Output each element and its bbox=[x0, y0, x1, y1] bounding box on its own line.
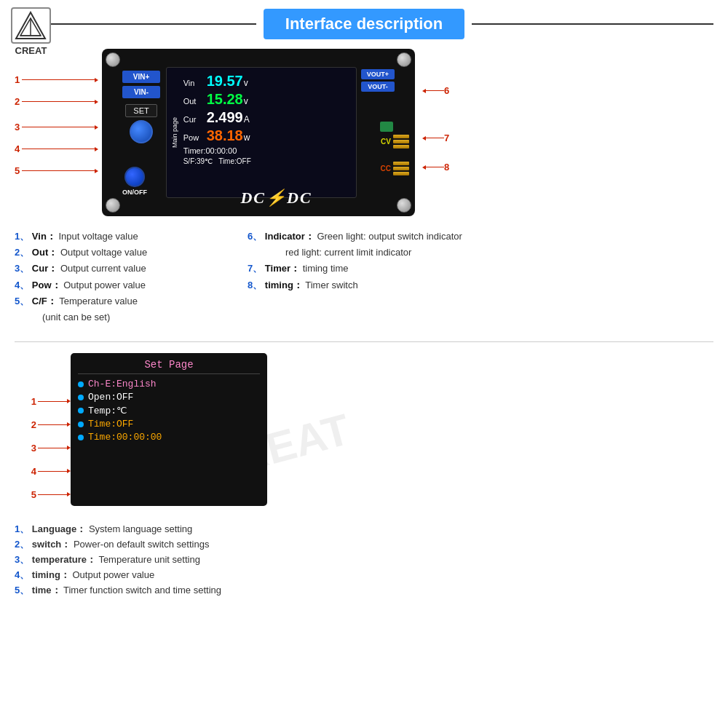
legend-item-1: 1、 Vin： Input voltage value bbox=[15, 230, 248, 243]
cur-label: Cur bbox=[183, 115, 207, 124]
set-label-1: 1 bbox=[22, 390, 71, 412]
pin-4 bbox=[393, 162, 409, 165]
bottom-item-1: 1、 Language： System language setting bbox=[15, 523, 713, 536]
vin-plus-label: VIN+ bbox=[122, 71, 160, 83]
diag-num-8: 8 bbox=[444, 162, 449, 173]
onoff-label: ON/OFF bbox=[122, 189, 147, 196]
set-dot-5 bbox=[78, 435, 84, 440]
diag-num-7: 7 bbox=[444, 132, 449, 143]
set-row-4: Time:OFF bbox=[78, 419, 260, 430]
cur-row: Cur 2.499 A bbox=[183, 109, 352, 126]
legend-left: 1、 Vin： Input voltage value 2、 Out： Outp… bbox=[15, 227, 248, 327]
set-num-col: 1 2 3 4 5 bbox=[22, 353, 71, 506]
onoff-area: ON/OFF bbox=[122, 167, 147, 196]
legend-item-4: 4、 Pow： Output power value bbox=[15, 279, 248, 292]
pin-3 bbox=[393, 145, 409, 149]
pow-label: Pow bbox=[183, 133, 207, 142]
set-screen: Set Page Ch-E:English Open:OFF Temp:℃ Ti… bbox=[71, 353, 267, 506]
screen-data: Vin 19.57 v Out 15.28 v Cur 2.499 A bbox=[183, 71, 352, 194]
legend-item-8: 8、 timing： Timer switch bbox=[248, 279, 713, 292]
legend-item-6: 6、 Indicator： Green light: output switch… bbox=[248, 230, 713, 243]
screw-bl bbox=[106, 198, 120, 213]
vin-label: Vin bbox=[183, 79, 207, 87]
diag-num-5: 5 bbox=[15, 165, 20, 176]
set-text-1: Ch-E:English bbox=[88, 379, 157, 389]
set-page-section: 1 2 3 4 5 Set Page Ch-E: bbox=[0, 349, 728, 506]
section-divider bbox=[15, 341, 713, 342]
bottom-legend: 1、 Language： System language setting 2、 … bbox=[0, 515, 728, 605]
out-row: Out 15.28 v bbox=[183, 91, 352, 108]
bottom-item-3: 3、 temperature： Temperature unit setting bbox=[15, 553, 713, 566]
set-dot-3 bbox=[78, 408, 84, 414]
set-label-4: 4 bbox=[22, 460, 71, 482]
left-panel: VIN+ VIN- SET bbox=[122, 71, 160, 143]
bottom-item-4: 4、 timing： Output power value bbox=[15, 569, 713, 582]
main-page-label: Main page bbox=[171, 71, 180, 194]
set-row-5: Time:00:00:00 bbox=[78, 432, 260, 443]
header: CREAT Interface description bbox=[0, 0, 728, 45]
pow-value: 38.18 bbox=[207, 127, 243, 144]
cv-label: CV bbox=[381, 138, 391, 146]
set-row-3: Temp:℃ bbox=[78, 405, 260, 416]
device-body: VIN+ VIN- SET ON/OFF Main page Vin 19 bbox=[102, 49, 415, 216]
legend-item-5b: (unit can be set) bbox=[15, 311, 248, 324]
diagram-section: 1 2 3 4 5 bbox=[0, 49, 728, 216]
right-panel: VOUT+ VOUT- bbox=[361, 69, 395, 92]
pin-1 bbox=[393, 135, 409, 138]
pin-5 bbox=[393, 167, 409, 170]
diag-num-4: 4 bbox=[15, 143, 20, 154]
pin-6 bbox=[393, 172, 409, 175]
legend-item-7: 7、 Timer： timing time bbox=[248, 262, 713, 275]
bottom-item-2: 2、 switch： Power-on default switch setti… bbox=[15, 538, 713, 551]
out-unit: v bbox=[244, 96, 248, 106]
pow-unit: w bbox=[244, 132, 250, 143]
diag-num-6: 6 bbox=[444, 85, 449, 96]
set-label-5: 5 bbox=[22, 483, 71, 505]
dcdc-label: DC⚡DC bbox=[240, 189, 312, 207]
timer-row: Timer:00:00:00 bbox=[183, 146, 352, 155]
cv-area: CV bbox=[381, 135, 409, 149]
cv-pins bbox=[393, 135, 409, 149]
legend-right: 6、 Indicator： Green light: output switch… bbox=[248, 227, 713, 327]
set-label-3: 3 bbox=[22, 437, 71, 459]
header-title: Interface description bbox=[264, 9, 464, 39]
vout-minus: VOUT- bbox=[361, 82, 395, 92]
screw-tr bbox=[397, 52, 411, 67]
vin-unit: v bbox=[244, 78, 248, 88]
set-dot-2 bbox=[78, 395, 84, 400]
header-line-right bbox=[472, 23, 713, 25]
diag-num-1: 1 bbox=[15, 74, 20, 85]
cc-label: CC bbox=[381, 165, 391, 173]
set-button[interactable]: SET bbox=[125, 104, 157, 117]
set-dot-4 bbox=[78, 422, 84, 427]
cur-unit: A bbox=[244, 114, 250, 124]
pin-2 bbox=[393, 140, 409, 143]
blue-knob[interactable] bbox=[130, 120, 153, 143]
vout-plus: VOUT+ bbox=[361, 69, 395, 79]
cc-pins bbox=[393, 162, 409, 175]
set-text-2: Open:OFF bbox=[88, 392, 133, 403]
set-screen-title: Set Page bbox=[78, 359, 260, 374]
set-row-2: Open:OFF bbox=[78, 392, 260, 403]
set-text-4: Time:OFF bbox=[88, 419, 133, 430]
sf-row: S/F:39℃ Time:OFF bbox=[183, 157, 352, 165]
legend-item-3: 3、 Cur： Output current value bbox=[15, 262, 248, 275]
diag-num-3: 3 bbox=[15, 122, 20, 132]
set-text-3: Temp:℃ bbox=[88, 405, 127, 416]
onoff-knob[interactable] bbox=[124, 167, 145, 187]
out-value: 15.28 bbox=[207, 91, 243, 108]
set-row-1: Ch-E:English bbox=[78, 379, 260, 389]
green-indicator bbox=[380, 122, 393, 132]
screw-br bbox=[397, 198, 411, 213]
vin-value: 19.57 bbox=[207, 73, 243, 90]
screw-tl bbox=[106, 52, 120, 67]
legend-item-6b: red light: current limit indicator bbox=[248, 246, 713, 259]
cur-value: 2.499 bbox=[207, 109, 243, 126]
vin-row: Vin 19.57 v bbox=[183, 73, 352, 90]
set-label-2: 2 bbox=[22, 414, 71, 435]
bottom-item-5: 5、 time： Timer function switch and time … bbox=[15, 584, 713, 597]
logo-icon bbox=[15, 11, 47, 40]
logo-box bbox=[11, 7, 51, 44]
legend-item-5: 5、 C/F： Temperature value bbox=[15, 295, 248, 308]
set-dot-1 bbox=[78, 381, 84, 387]
